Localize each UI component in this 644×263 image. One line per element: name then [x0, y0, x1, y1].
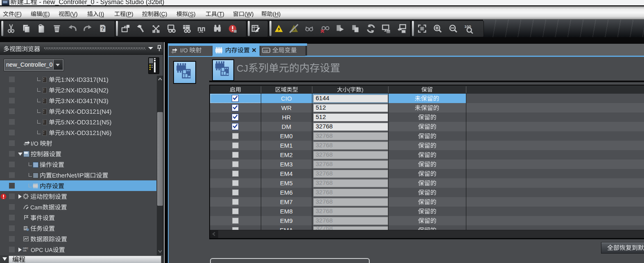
- svg-text:?: ?: [101, 25, 104, 32]
- svg-text:UA: UA: [23, 250, 27, 252]
- svg-text:OPC: OPC: [23, 247, 29, 250]
- svg-text:var: var: [263, 49, 269, 53]
